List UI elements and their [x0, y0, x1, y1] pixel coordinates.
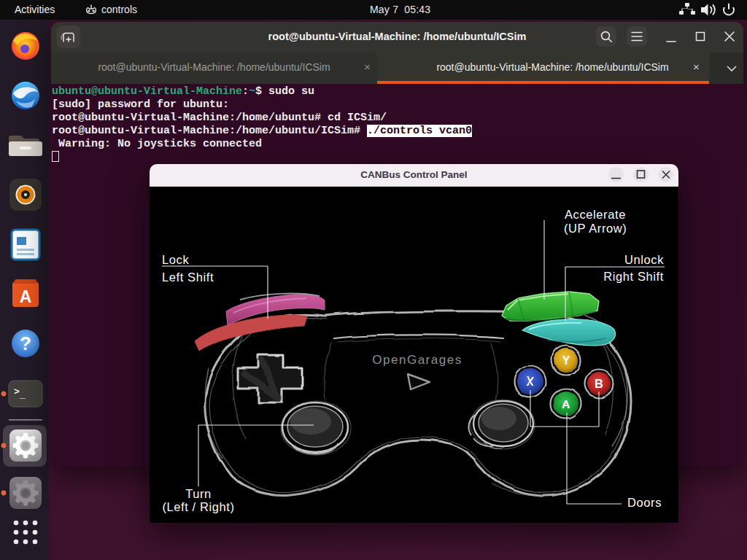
- svg-text:Right Shift: Right Shift: [603, 270, 664, 283]
- svg-text:A: A: [562, 397, 570, 411]
- svg-text:Accelerate: Accelerate: [565, 208, 626, 221]
- svg-text:?: ?: [20, 332, 31, 354]
- svg-text:_: _: [19, 389, 26, 400]
- svg-text:X: X: [526, 375, 534, 388]
- svg-text:(Left / Right): (Left / Right): [162, 500, 234, 513]
- svg-text:>: >: [14, 386, 20, 397]
- svg-text:Left Shift: Left Shift: [162, 271, 214, 284]
- svg-text:Y: Y: [562, 354, 570, 367]
- svg-text:Turn: Turn: [185, 487, 212, 500]
- svg-text:Doors: Doors: [627, 496, 662, 509]
- svg-text:Lock: Lock: [162, 253, 189, 266]
- svg-text:B: B: [595, 377, 603, 390]
- svg-text:A: A: [20, 287, 32, 306]
- svg-text:OpenGarages: OpenGarages: [372, 353, 462, 367]
- svg-text:(UP Arrow): (UP Arrow): [564, 222, 627, 235]
- svg-text:Unlock: Unlock: [624, 253, 664, 266]
